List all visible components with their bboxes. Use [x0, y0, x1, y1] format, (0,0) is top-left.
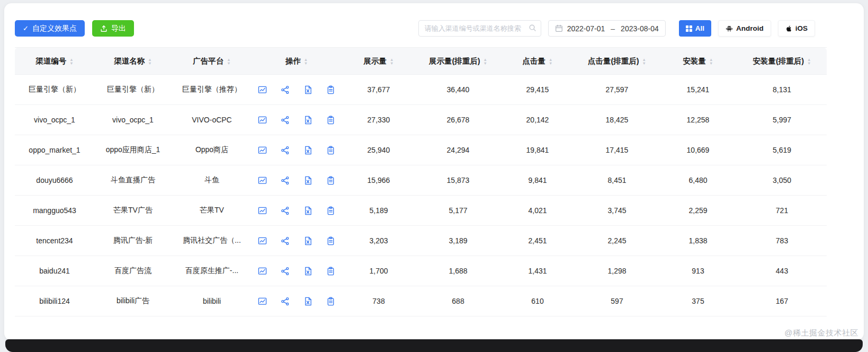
- cell-installs-dedup: 8,131: [737, 75, 827, 105]
- chart-icon[interactable]: [258, 236, 267, 245]
- excel-icon[interactable]: [303, 206, 312, 215]
- cell-impressions-dedup: 5,177: [416, 196, 500, 226]
- cell-installs-dedup: 443: [737, 256, 827, 286]
- clipboard-icon[interactable]: [326, 297, 335, 306]
- cell-operations: [252, 256, 341, 286]
- cell-operations: [252, 286, 341, 316]
- toolbar: ✓ 自定义效果点 导出: [15, 20, 853, 37]
- search-icon[interactable]: [529, 24, 536, 32]
- cell-clicks: 20,142: [500, 105, 575, 135]
- date-range-picker[interactable]: 2022-07-01 – 2023-08-04: [548, 20, 666, 37]
- cell-channel-name: vivo_ocpc_1: [94, 105, 172, 135]
- excel-icon[interactable]: [303, 297, 312, 306]
- cell-channel-name: 腾讯广告-新: [94, 226, 172, 256]
- cell-clicks-dedup: 2,245: [575, 226, 659, 256]
- cell-platform: VIVO-oCPC: [172, 105, 252, 135]
- search-input[interactable]: [418, 20, 541, 37]
- chart-icon[interactable]: [258, 206, 267, 215]
- column-header-impressions_dedup[interactable]: 展示量(排重后)▲▼: [416, 48, 500, 75]
- chart-icon[interactable]: [258, 85, 267, 94]
- clipboard-icon[interactable]: [326, 176, 335, 185]
- column-header-installs[interactable]: 安装量▲▼: [659, 48, 737, 75]
- cell-channel-id: douyu6666: [15, 165, 94, 196]
- excel-icon[interactable]: [303, 146, 312, 155]
- share-icon[interactable]: [281, 297, 290, 306]
- toolbar-right: 2022-07-01 – 2023-08-04 All: [418, 20, 815, 37]
- excel-icon[interactable]: [303, 116, 312, 125]
- column-header-installs_dedup[interactable]: 安装量(排重后)▲▼: [737, 48, 827, 75]
- cell-platform: Oppo商店: [172, 135, 252, 165]
- customize-effect-points-button[interactable]: ✓ 自定义效果点: [15, 20, 85, 37]
- platform-filter-ios[interactable]: iOS: [778, 20, 815, 37]
- cell-impressions-dedup: 26,678: [416, 105, 500, 135]
- chart-icon[interactable]: [258, 176, 267, 185]
- date-range-separator: –: [609, 24, 616, 33]
- table-row: 巨量引擎（新） 巨量引擎（新） 巨量引擎（推荐）: [15, 75, 827, 105]
- column-header-impressions[interactable]: 展示量▲▼: [341, 48, 416, 75]
- cell-channel-id: tencent234: [15, 226, 94, 256]
- share-icon[interactable]: [281, 146, 290, 155]
- platform-filter-android-label: Android: [736, 24, 764, 32]
- chart-icon[interactable]: [258, 116, 267, 125]
- cell-installs: 375: [659, 286, 737, 316]
- excel-icon[interactable]: [303, 176, 312, 185]
- share-icon[interactable]: [281, 236, 290, 245]
- sort-caret-icon[interactable]: ▲▼: [227, 58, 230, 65]
- export-button-label: 导出: [111, 24, 126, 33]
- table-body: 巨量引擎（新） 巨量引擎（新） 巨量引擎（推荐）: [15, 75, 827, 316]
- column-header-ops[interactable]: 操作▲▼: [252, 48, 341, 75]
- sort-caret-icon[interactable]: ▲▼: [304, 58, 308, 65]
- sort-caret-icon[interactable]: ▲▼: [642, 58, 646, 65]
- cell-channel-name: 斗鱼直播广告: [94, 165, 172, 196]
- share-icon[interactable]: [281, 116, 290, 125]
- cell-impressions-dedup: 36,440: [416, 75, 500, 105]
- sort-caret-icon[interactable]: ▲▼: [807, 58, 811, 65]
- cell-impressions-dedup: 24,294: [416, 135, 500, 165]
- column-header-clicks[interactable]: 点击量▲▼: [500, 48, 575, 75]
- export-button[interactable]: 导出: [92, 20, 134, 37]
- excel-icon[interactable]: [303, 85, 312, 94]
- excel-icon[interactable]: [303, 267, 312, 276]
- cell-channel-name: 百度广告流: [94, 256, 172, 286]
- sort-caret-icon[interactable]: ▲▼: [484, 58, 487, 65]
- sort-caret-icon[interactable]: ▲▼: [69, 58, 73, 65]
- column-header-label: 渠道名称: [114, 57, 145, 65]
- platform-filter-all[interactable]: All: [679, 20, 711, 37]
- cell-impressions: 738: [341, 286, 416, 316]
- clipboard-icon[interactable]: [326, 267, 335, 276]
- toolbar-left: ✓ 自定义效果点 导出: [15, 20, 134, 37]
- share-icon[interactable]: [281, 267, 290, 276]
- sort-caret-icon[interactable]: ▲▼: [390, 58, 393, 65]
- table-row: bilibili124 bilibili广告 bilibili: [15, 286, 827, 316]
- column-header-channel_name[interactable]: 渠道名称▲▼: [94, 48, 172, 75]
- clipboard-icon[interactable]: [326, 85, 335, 94]
- platform-filter-android[interactable]: Android: [718, 20, 771, 37]
- share-icon[interactable]: [281, 176, 290, 185]
- cell-clicks: 29,415: [500, 75, 575, 105]
- chart-icon[interactable]: [258, 146, 267, 155]
- cell-installs: 10,669: [659, 135, 737, 165]
- cell-channel-id: 巨量引擎（新）: [15, 75, 94, 105]
- chart-icon[interactable]: [258, 267, 267, 276]
- sort-caret-icon[interactable]: ▲▼: [148, 58, 151, 65]
- column-header-platform[interactable]: 广告平台▲▼: [172, 48, 252, 75]
- share-icon[interactable]: [281, 85, 290, 94]
- table-row: mangguo543 芒果TV广告 芒果TV: [15, 196, 827, 226]
- clipboard-icon[interactable]: [326, 206, 335, 215]
- column-header-clicks_dedup[interactable]: 点击量(排重后)▲▼: [575, 48, 659, 75]
- cell-installs: 913: [659, 256, 737, 286]
- clipboard-icon[interactable]: [326, 146, 335, 155]
- clipboard-icon[interactable]: [326, 116, 335, 125]
- cell-platform: 芒果TV: [172, 196, 252, 226]
- sort-caret-icon[interactable]: ▲▼: [549, 58, 552, 65]
- sort-caret-icon[interactable]: ▲▼: [709, 58, 713, 65]
- excel-icon[interactable]: [303, 236, 312, 245]
- chart-icon[interactable]: [258, 297, 267, 306]
- cell-impressions: 27,330: [341, 105, 416, 135]
- channels-table: 渠道编号▲▼渠道名称▲▼广告平台▲▼操作▲▼展示量▲▼展示量(排重后)▲▼点击量…: [15, 47, 827, 316]
- clipboard-icon[interactable]: [326, 236, 335, 245]
- share-icon[interactable]: [281, 206, 290, 215]
- cell-installs: 2,259: [659, 196, 737, 226]
- cell-clicks: 9,841: [500, 165, 575, 196]
- column-header-channel_id[interactable]: 渠道编号▲▼: [15, 48, 94, 75]
